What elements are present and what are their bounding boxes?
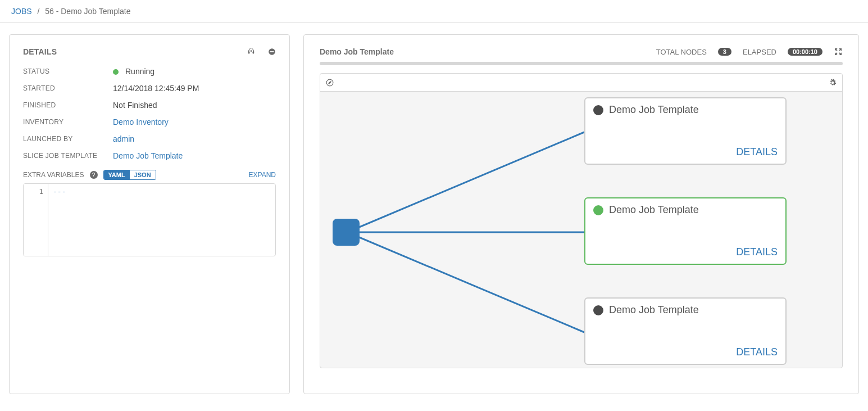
toggle-json-button[interactable]: JSON — [130, 170, 156, 179]
cancel-job-button[interactable] — [268, 47, 276, 56]
rocket-icon — [247, 47, 256, 56]
gear-icon — [829, 79, 837, 87]
graph-settings-button[interactable] — [829, 79, 837, 87]
workflow-node[interactable]: Demo Job Template DETAILS — [584, 97, 787, 165]
slice-template-label: SLICE JOB TEMPLATE — [23, 152, 113, 160]
breadcrumb-current: 56 - Demo Job Template — [45, 7, 130, 16]
format-toggle: YAML JSON — [103, 170, 156, 180]
compass-icon — [326, 79, 334, 87]
minus-circle-icon — [268, 48, 276, 56]
workflow-graph: Demo Job Template DETAILS Demo Job Templ… — [320, 73, 843, 368]
svg-line-4 — [347, 132, 584, 232]
breadcrumb-separator: / — [37, 7, 39, 16]
toggle-yaml-button[interactable]: YAML — [104, 170, 130, 179]
page-body: DETAILS STATUS Running STARTED 12/14/201… — [0, 23, 868, 405]
node-details-link[interactable]: DETAILS — [736, 246, 778, 258]
finished-label: FINISHED — [23, 101, 113, 109]
workflow-panel: Demo Job Template TOTAL NODES 3 ELAPSED … — [303, 34, 859, 394]
node-details-link[interactable]: DETAILS — [736, 346, 778, 358]
extra-vars-label: EXTRA VARIABLES — [23, 171, 84, 179]
help-icon[interactable]: ? — [90, 171, 98, 179]
expand-button[interactable]: EXPAND — [249, 171, 276, 179]
workflow-title: Demo Job Template — [320, 47, 394, 56]
status-value: Running — [113, 67, 154, 76]
workflow-start-node[interactable] — [333, 219, 360, 246]
breadcrumb-root-link[interactable]: JOBS — [11, 7, 32, 16]
svg-marker-3 — [329, 81, 331, 84]
node-title: Demo Job Template — [609, 304, 699, 316]
expand-icon — [834, 47, 843, 56]
fullscreen-button[interactable] — [834, 47, 843, 56]
compass-button[interactable] — [326, 79, 334, 87]
relaunch-button[interactable] — [247, 47, 256, 56]
inventory-label: INVENTORY — [23, 118, 113, 126]
details-heading: DETAILS — [23, 47, 57, 56]
inventory-link[interactable]: Demo Inventory — [113, 118, 169, 127]
workflow-node[interactable]: Demo Job Template DETAILS — [584, 297, 787, 365]
svg-line-6 — [347, 232, 584, 332]
started-label: STARTED — [23, 84, 113, 92]
code-line-number: 1 — [24, 184, 48, 256]
status-label: STATUS — [23, 67, 113, 75]
node-title: Demo Job Template — [609, 204, 699, 216]
slice-template-link[interactable]: Demo Job Template — [113, 151, 183, 160]
breadcrumb: JOBS / 56 - Demo Job Template — [0, 0, 868, 23]
workflow-node[interactable]: Demo Job Template DETAILS — [584, 197, 787, 265]
launched-by-label: LAUNCHED BY — [23, 135, 113, 143]
elapsed-value: 00:00:10 — [788, 48, 822, 56]
finished-value: Not Finished — [113, 101, 157, 110]
node-status-dot-icon — [593, 105, 603, 115]
total-nodes-value: 3 — [718, 48, 731, 56]
svg-rect-1 — [270, 51, 274, 52]
extra-vars-editor[interactable]: 1 --- — [23, 183, 276, 256]
graph-canvas[interactable]: Demo Job Template DETAILS Demo Job Templ… — [320, 92, 842, 368]
node-details-link[interactable]: DETAILS — [736, 146, 778, 158]
node-title: Demo Job Template — [609, 104, 699, 116]
total-nodes-label: TOTAL NODES — [656, 48, 707, 56]
elapsed-label: ELAPSED — [743, 48, 776, 56]
code-content: --- — [48, 184, 70, 256]
details-panel: DETAILS STATUS Running STARTED 12/14/201… — [9, 34, 290, 394]
status-dot-icon — [113, 69, 119, 75]
node-status-dot-icon — [593, 305, 603, 315]
launched-by-link[interactable]: admin — [113, 134, 134, 143]
node-status-dot-icon — [593, 205, 603, 215]
started-value: 12/14/2018 12:45:49 PM — [113, 84, 199, 93]
progress-bar — [320, 62, 843, 65]
